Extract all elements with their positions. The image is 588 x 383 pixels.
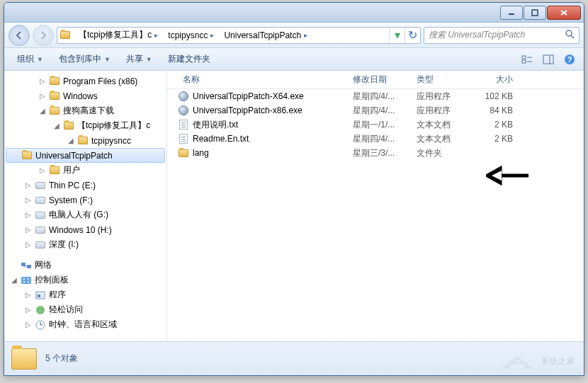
tree-label: Windows 10 (H:) [49,225,112,235]
expand-icon[interactable]: ◢ [38,107,46,115]
file-row[interactable]: 使用说明.txt星期一/1/...文本文档2 KB [167,118,584,132]
tree-node[interactable]: ▷时钟、语言和区域 [4,317,166,332]
tree-node[interactable]: ◢搜狗高速下载 [4,103,166,118]
tree-node[interactable]: 网络 [4,258,166,273]
breadcrumb[interactable]: UniversalTcpipPatch▸ [218,28,312,43]
file-row[interactable]: lang星期三/3/...文件夹 [167,146,584,160]
content-area: ▷Program Files (x86)▷Windows◢搜狗高速下载◢【tcp… [4,71,584,341]
folder-icon [11,348,37,370]
status-text: 5 个对象 [45,353,78,365]
new-folder-button[interactable]: 新建文件夹 [161,50,217,68]
expand-icon[interactable]: ▷ [24,226,32,234]
expand-icon[interactable]: ▷ [38,166,46,174]
search-icon [565,29,575,41]
maximize-button[interactable] [524,6,546,20]
expand-icon[interactable]: ▷ [24,196,32,204]
history-dropdown[interactable]: ▾ [389,28,405,43]
refresh-button[interactable]: ↻ [405,28,420,43]
titlebar[interactable] [4,3,584,23]
ease-icon [35,304,46,316]
file-row[interactable]: Readme.En.txt星期四/4/...文本文档2 KB [167,132,584,146]
svg-rect-7 [522,60,526,63]
annotation-arrow [486,161,536,192]
status-bar: 5 个对象 [4,341,584,375]
svg-rect-17 [21,277,31,284]
file-date: 星期三/3/... [347,147,411,159]
tree-node[interactable]: ◢控制面板 [4,273,166,287]
file-size: 2 KB [469,134,519,144]
tree-node[interactable]: ▷深度 (I:) [4,237,166,252]
tree-node[interactable]: UniversalTcpipPatch [6,148,165,163]
breadcrumb[interactable]: 【tcpip修复工具】c▸ [73,28,162,43]
tree-label: Program Files (x86) [63,76,137,86]
tree-label: Thin PC (E:) [49,181,96,190]
txt-icon [177,132,190,145]
file-type: 应用程序 [411,105,469,117]
folder-icon [49,165,60,176]
tree-node[interactable]: ▷Thin PC (E:) [4,178,166,193]
tree-node[interactable]: ▷System (F:) [4,193,166,207]
tree-label: 深度 (I:) [49,239,79,251]
expand-icon[interactable] [11,152,18,159]
expand-icon[interactable]: ◢ [52,122,60,130]
back-button[interactable] [9,25,30,46]
expand-icon[interactable]: ▷ [24,306,32,314]
preview-pane-button[interactable] [540,51,557,68]
help-button[interactable]: ? [561,51,578,68]
expand-icon[interactable]: ◢ [67,137,74,144]
column-date[interactable]: 修改日期 [347,74,411,86]
expand-icon[interactable]: ▷ [24,321,32,328]
tree-node[interactable]: ◢【tcpip修复工具】c [4,118,166,133]
tree-node[interactable]: ▷电脑人人有 (G:) [4,207,166,222]
view-options-button[interactable] [519,51,536,68]
tree-node[interactable]: ▷Windows [4,88,166,103]
tree-node[interactable]: ▷轻松访问 [4,302,166,317]
column-headers[interactable]: 名称 修改日期 类型 大小 [167,71,584,89]
expand-icon[interactable]: ▷ [24,241,32,248]
tree-node[interactable]: ▷用户 [4,163,166,178]
expand-icon[interactable]: ▷ [38,77,46,85]
address-bar[interactable]: 【tcpip修复工具】c▸ tcpipysncc▸ UniversalTcpip… [57,27,421,44]
folder-icon [49,76,60,87]
expand-icon[interactable]: ◢ [10,276,18,284]
svg-rect-14 [21,263,26,266]
include-button[interactable]: 包含到库中▼ [52,50,118,68]
tree-node[interactable]: ▷程序 [4,287,166,302]
search-input[interactable]: 搜索 UniversalTcpipPatch [424,27,579,44]
file-list[interactable]: 名称 修改日期 类型 大小 UniversalTcpipPatch-X64.ex… [167,71,584,341]
tree-node[interactable]: ▷Windows 10 (H:) [4,222,166,237]
forward-button[interactable] [33,25,54,46]
file-row[interactable]: UniversalTcpipPatch-X64.exe星期四/4/...应用程序… [167,89,584,103]
tree-label: 电脑人人有 (G:) [49,209,108,221]
close-button[interactable] [547,6,581,20]
svg-rect-6 [522,56,526,59]
organize-button[interactable]: 组织▼ [10,50,50,68]
expand-icon[interactable]: ▷ [24,211,32,219]
file-row[interactable]: UniversalTcpipPatch-x86.exe星期四/4/...应用程序… [167,103,584,118]
expand-icon[interactable] [10,261,18,269]
share-button[interactable]: 共享▼ [119,50,159,68]
breadcrumb[interactable]: tcpipysncc▸ [162,28,218,43]
clock-icon [35,319,46,331]
column-name[interactable]: 名称 [177,74,347,86]
tree-node[interactable]: ▷Program Files (x86) [4,74,166,88]
column-type[interactable]: 类型 [411,74,469,86]
expand-icon[interactable]: ▷ [38,92,46,100]
file-type: 文件夹 [411,147,469,159]
drive-icon [35,180,46,191]
tree-node[interactable]: ◢tcpipysncc [4,133,166,148]
prog-icon [35,290,46,301]
minimize-button[interactable] [500,6,523,20]
navigation-tree[interactable]: ▷Program Files (x86)▷Windows◢搜狗高速下载◢【tcp… [4,71,167,341]
file-name: Readme.En.txt [193,134,347,144]
net-icon [21,260,32,271]
file-name: UniversalTcpipPatch-x86.exe [193,105,347,115]
column-size[interactable]: 大小 [469,74,519,86]
file-date: 星期四/4/... [347,91,411,103]
file-name: 使用说明.txt [193,119,347,131]
file-size: 2 KB [469,120,519,130]
cpanel-icon [21,275,32,286]
exe-icon [177,104,190,117]
expand-icon[interactable]: ▷ [24,181,32,189]
expand-icon[interactable]: ▷ [24,291,32,299]
